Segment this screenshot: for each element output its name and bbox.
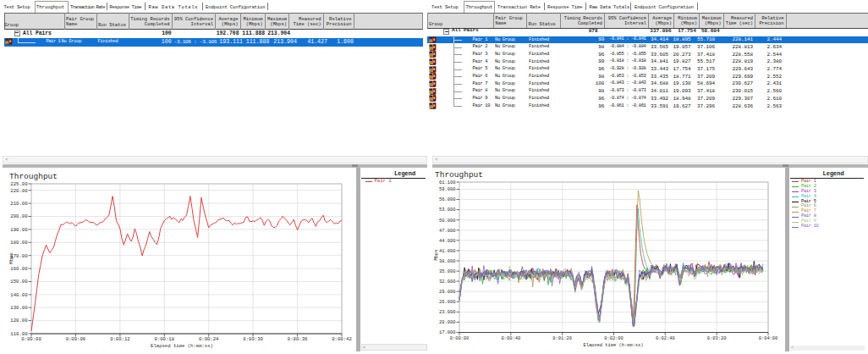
svg-text:20.000: 20.000 bbox=[439, 320, 455, 325]
svg-text:23.000: 23.000 bbox=[439, 310, 455, 315]
svg-text:140.00: 140.00 bbox=[10, 292, 28, 298]
svg-text:190.00: 190.00 bbox=[10, 227, 28, 233]
svg-text:0:00:42: 0:00:42 bbox=[332, 336, 352, 342]
svg-text:38.000: 38.000 bbox=[439, 259, 455, 264]
svg-text:0:00:18: 0:00:18 bbox=[155, 336, 175, 342]
svg-text:120.00: 120.00 bbox=[10, 318, 28, 324]
svg-text:0:00:12: 0:00:12 bbox=[110, 336, 130, 342]
svg-text:47.000: 47.000 bbox=[439, 229, 455, 234]
svg-text:0:01:20: 0:01:20 bbox=[552, 336, 572, 341]
svg-text:32.000: 32.000 bbox=[439, 279, 455, 285]
svg-text:35.000: 35.000 bbox=[439, 269, 455, 274]
svg-text:59.000: 59.000 bbox=[439, 187, 455, 192]
svg-text:0:04:00: 0:04:00 bbox=[759, 336, 778, 341]
svg-text:0:03:20: 0:03:20 bbox=[707, 336, 727, 341]
svg-text:150.00: 150.00 bbox=[10, 279, 28, 285]
svg-text:44.000: 44.000 bbox=[439, 239, 455, 244]
svg-text:Mbps: Mbps bbox=[8, 252, 14, 263]
svg-text:Elapsed time (h:mm:ss): Elapsed time (h:mm:ss) bbox=[583, 343, 643, 348]
svg-text:Throughput: Throughput bbox=[435, 170, 483, 180]
svg-text:61.100: 61.100 bbox=[439, 180, 455, 185]
svg-text:Throughput: Throughput bbox=[9, 172, 58, 181]
svg-text:17.000: 17.000 bbox=[439, 330, 455, 335]
svg-text:210.00: 210.00 bbox=[10, 201, 28, 207]
svg-text:0:00:36: 0:00:36 bbox=[288, 336, 308, 342]
svg-text:160.00: 160.00 bbox=[10, 266, 28, 272]
svg-text:200.00: 200.00 bbox=[10, 213, 28, 219]
svg-text:220.00: 220.00 bbox=[10, 188, 28, 194]
svg-text:53.000: 53.000 bbox=[439, 207, 455, 213]
svg-text:0:00:30: 0:00:30 bbox=[243, 336, 263, 342]
svg-text:0:02:40: 0:02:40 bbox=[656, 336, 675, 341]
svg-text:0:00:40: 0:00:40 bbox=[501, 336, 520, 341]
svg-text:225.00: 225.00 bbox=[10, 181, 28, 187]
svg-text:56.000: 56.000 bbox=[439, 197, 455, 202]
svg-text:0:00:00: 0:00:00 bbox=[21, 336, 41, 342]
svg-text:29.000: 29.000 bbox=[439, 290, 455, 295]
svg-text:0:00:00: 0:00:00 bbox=[450, 336, 470, 341]
svg-text:180.00: 180.00 bbox=[10, 240, 28, 246]
svg-text:0:00:06: 0:00:06 bbox=[66, 336, 86, 342]
svg-text:Elapsed time (h:mm:ss): Elapsed time (h:mm:ss) bbox=[151, 343, 213, 349]
svg-text:0:02:00: 0:02:00 bbox=[604, 336, 624, 341]
svg-text:130.00: 130.00 bbox=[10, 305, 28, 311]
svg-text:41.000: 41.000 bbox=[439, 249, 455, 254]
svg-text:50.000: 50.000 bbox=[439, 218, 455, 224]
svg-text:26.000: 26.000 bbox=[439, 300, 455, 305]
svg-text:Mbps: Mbps bbox=[434, 250, 439, 261]
svg-text:0:00:24: 0:00:24 bbox=[199, 336, 219, 342]
